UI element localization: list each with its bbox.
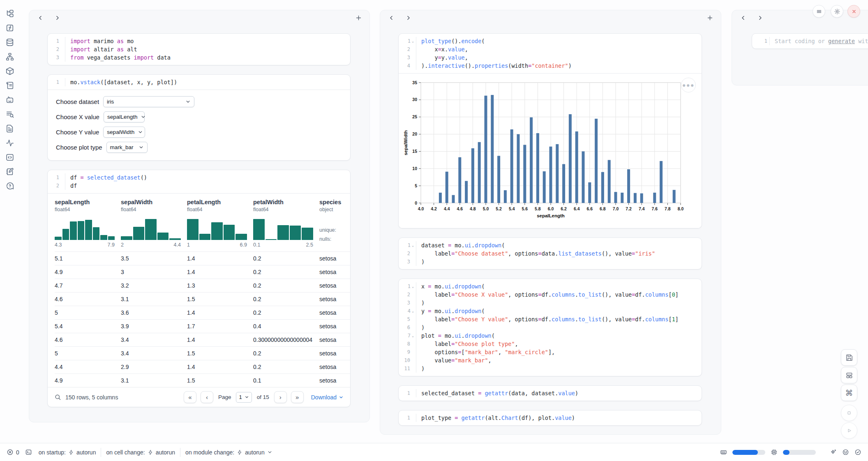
sidebar-file-tree-icon[interactable] — [5, 9, 15, 18]
table-row[interactable]: 53.61.40.2setosa — [55, 306, 350, 319]
layout-grid-button[interactable] — [841, 367, 857, 383]
dataset-dropdown-code[interactable]: 1⌄dataset = mo.ui.dropdown(2 label="Choo… — [399, 238, 702, 269]
terminal-icon[interactable] — [25, 449, 32, 456]
fold-chevron-icon[interactable]: ⌄ — [412, 282, 414, 290]
sidebar-outline-icon[interactable] — [5, 124, 15, 134]
autorun-setting[interactable]: on module change:autorun — [185, 449, 272, 456]
save-button[interactable] — [841, 349, 857, 366]
chevron-left-icon[interactable] — [386, 13, 396, 23]
dataframe-code[interactable]: 1df = selected_dataset()2df — [48, 170, 350, 193]
stop-button[interactable] — [841, 405, 857, 421]
autorun-setting[interactable]: on startup:autorun — [39, 449, 96, 456]
table-column-header[interactable]: species objectunique:nulls: — [319, 195, 350, 251]
plot-type-code[interactable]: 1plot_type = getattr(alt.Chart(df), plot… — [399, 410, 702, 425]
page-select[interactable]: 1 — [236, 392, 252, 403]
table-column-header[interactable]: petalWidth float64 0.12.5 — [253, 195, 319, 251]
keyboard-shortcuts-button[interactable]: ⌘ — [841, 385, 857, 401]
choose-dataset-dropdown[interactable]: iris — [103, 96, 194, 107]
sidebar-dependency-graph-icon[interactable] — [5, 52, 15, 62]
code-line: 10 value="mark_bar", — [401, 356, 697, 364]
prev-page-button[interactable]: ‹ — [201, 391, 213, 403]
vstack-code-cell[interactable]: 1mo.vstack([dataset, x, y, plot]) Choose… — [47, 74, 351, 161]
xy-dropdowns-code-cell[interactable]: 1⌄x = mo.ui.dropdown(2 label="Choose X v… — [398, 279, 702, 376]
table-cell: 4.9 — [55, 377, 121, 384]
sidebar-scratchpad-icon[interactable] — [5, 167, 15, 177]
fold-chevron-icon[interactable]: ⌄ — [412, 332, 414, 340]
table-row[interactable]: 4.42.91.40.2setosa — [55, 360, 350, 373]
fold-chevron-icon[interactable]: ⌄ — [412, 307, 414, 315]
fold-chevron-icon[interactable]: ⌄ — [412, 241, 414, 249]
imports-code-cell[interactable]: 1import marimo as mo2import altair as al… — [47, 33, 351, 65]
download-button[interactable]: Download — [311, 394, 344, 401]
connection-status-icon[interactable] — [854, 449, 861, 456]
chevron-right-icon[interactable] — [403, 13, 413, 23]
choose-x-value-dropdown[interactable]: sepalLength — [104, 111, 145, 122]
sparkles-icon[interactable] — [830, 449, 837, 456]
dataset-dropdown-code-cell[interactable]: 1⌄dataset = mo.ui.dropdown(2 label="Choo… — [398, 237, 702, 270]
table-row[interactable]: 4.63.11.50.2setosa — [55, 292, 350, 306]
table-row[interactable]: 4.93.11.50.1setosa — [55, 373, 350, 387]
menu-button[interactable] — [813, 5, 825, 18]
close-button[interactable] — [847, 5, 860, 18]
column-type: float64 — [55, 207, 121, 212]
chevron-right-icon[interactable] — [755, 13, 765, 23]
table-column-header[interactable]: sepalWidth float64 24.4 — [121, 195, 187, 251]
chevron-right-icon[interactable] — [52, 13, 62, 23]
search-icon[interactable] — [54, 394, 61, 401]
run-button[interactable] — [841, 422, 857, 439]
sidebar-documentation-icon[interactable] — [5, 109, 15, 119]
column-min-max: 4.37.9 — [55, 242, 115, 251]
first-page-button[interactable]: « — [184, 391, 196, 403]
code-line: 6) — [401, 323, 697, 332]
add-column-button[interactable] — [353, 13, 363, 23]
imports-code[interactable]: 1import marimo as mo2import altair as al… — [48, 34, 350, 65]
code-editor-placeholder[interactable]: 1 Start coding or generate with AI. — [752, 34, 868, 48]
table-row[interactable]: 4.931.40.2setosa — [55, 265, 350, 279]
line-number: 1⌄ — [401, 241, 416, 249]
sidebar-datasources-icon[interactable] — [5, 37, 15, 47]
plot-code-cell[interactable]: 1⌄plot_type().encode(2 x=x.value,3 y=y.v… — [398, 33, 702, 228]
chevron-left-icon[interactable] — [738, 13, 748, 23]
empty-code-cell[interactable]: 1 Start coding or generate with AI. — [752, 33, 868, 49]
vstack-code[interactable]: 1mo.vstack([dataset, x, y, plot]) — [48, 75, 350, 90]
setting-label: on module change: — [185, 449, 234, 456]
bar-chart[interactable]: 4.04.24.44.64.85.05.25.45.65.86.06.26.46… — [402, 78, 697, 223]
sidebar-ai-chat-icon[interactable] — [5, 95, 15, 105]
column-min-max: 16.9 — [187, 242, 247, 251]
table-row[interactable]: 4.63.41.40.30000000000000004setosa — [55, 333, 350, 346]
code-line: 2 label="Choose X value", options=df.col… — [401, 290, 697, 299]
table-column-header[interactable]: petalLength float64 16.9 — [187, 195, 253, 251]
table-row[interactable]: 5.13.51.40.2setosa — [55, 251, 350, 265]
sidebar-variables-icon[interactable] — [5, 23, 15, 33]
choose-plot-type-dropdown[interactable]: mark_bar — [106, 142, 148, 153]
sidebar-snippets-icon[interactable] — [5, 152, 15, 162]
xy-dropdowns-code[interactable]: 1⌄x = mo.ui.dropdown(2 label="Choose X v… — [399, 279, 702, 376]
selected-dataset-code[interactable]: 1selected_dataset = getattr(data, datase… — [399, 386, 702, 401]
table-row[interactable]: 5.43.91.70.4setosa — [55, 319, 350, 333]
errors-indicator[interactable]: 0 — [7, 449, 19, 456]
autorun-setting[interactable]: on cell change:autorun — [106, 449, 175, 456]
sidebar-tracing-icon[interactable] — [5, 138, 15, 148]
table-row[interactable]: 53.41.50.2setosa — [55, 346, 350, 360]
plot-code[interactable]: 1⌄plot_type().encode(2 x=x.value,3 y=y.v… — [399, 34, 702, 73]
sidebar-packages-icon[interactable] — [5, 66, 15, 76]
sidebar-help-icon[interactable] — [5, 181, 15, 191]
chevron-left-icon[interactable] — [35, 13, 45, 23]
selected-dataset-code-cell[interactable]: 1selected_dataset = getattr(data, datase… — [398, 385, 702, 401]
assistant-bot-icon[interactable] — [842, 449, 849, 456]
generate-link[interactable]: generate — [828, 38, 855, 44]
plot-type-code-cell[interactable]: 1plot_type = getattr(alt.Chart(df), plot… — [398, 410, 702, 426]
fold-chevron-icon[interactable]: ⌄ — [412, 37, 414, 45]
table-column-header[interactable]: sepalLength float64 4.37.9 — [55, 195, 121, 251]
control-row: Choose plot type mark_bar — [56, 142, 342, 153]
table-row[interactable]: 4.73.21.30.2setosa — [55, 279, 350, 292]
add-column-button[interactable] — [705, 13, 715, 23]
settings-button[interactable] — [831, 5, 843, 18]
last-page-button[interactable]: » — [291, 391, 304, 403]
dataframe-code-cell[interactable]: 1df = selected_dataset()2df sepalLength … — [47, 170, 351, 407]
chart-menu-button[interactable]: ●●● — [681, 78, 696, 92]
line-number: 1 — [50, 37, 65, 45]
next-page-button[interactable]: › — [274, 391, 287, 403]
choose-y-value-dropdown[interactable]: sepalWidth — [103, 127, 145, 138]
sidebar-logs-icon[interactable] — [5, 81, 15, 90]
